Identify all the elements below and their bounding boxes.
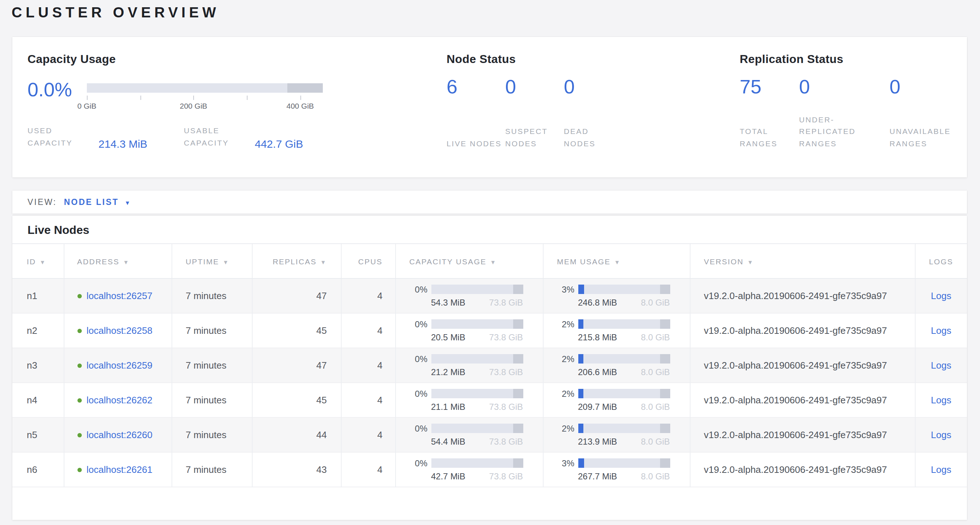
dead-nodes-stat: 0 DEAD NODES [564,76,622,150]
logs-link[interactable]: Logs [931,290,951,301]
node-address-cell: localhost:26262 [64,383,172,418]
mem-used-value: 215.8 MiB [578,332,617,342]
column-header-mem-usage[interactable]: MEM USAGE▼ [543,244,690,278]
version-cell: v19.2.0-alpha.20190606-2491-gfe735c9a97 [690,313,915,348]
mem-used-value: 246.8 MiB [578,297,617,307]
axis-label: 0 GiB [78,101,97,110]
node-id-cell: n2 [12,313,64,348]
column-header-label: CAPACITY USAGE [409,257,486,265]
column-header-version[interactable]: VERSION▼ [690,244,915,278]
replication-status-title: Replication Status [740,53,966,66]
node-address-cell: localhost:26260 [64,418,172,452]
mem-usage-bar [578,354,670,364]
cpus-cell: 4 [341,348,395,383]
replicas-cell: 43 [252,452,341,487]
column-header-logs[interactable]: LOGS [915,244,967,278]
node-address-link[interactable]: localhost:26257 [86,290,152,301]
table-row: n5 localhost:26260 7 minutes 44 4 0% 54.… [12,418,967,452]
capacity-usage-cell: 0% 54.3 MiB 73.8 GiB [395,278,543,313]
used-capacity-value: 214.3 MiB [99,137,147,150]
node-id-cell: n5 [12,418,64,452]
column-header-replicas[interactable]: REPLICAS▼ [252,244,341,278]
sort-desc-icon: ▼ [614,259,620,265]
mem-usage-bar [578,458,670,468]
capacity-usage-cell: 0% 20.5 MiB 73.8 GiB [395,313,543,348]
capacity-total-value: 73.8 GiB [489,436,523,447]
view-dropdown[interactable]: NODE LIST ▼ [64,198,130,206]
view-label: VIEW: [27,198,57,206]
table-row: n4 localhost:26262 7 minutes 45 4 0% 21.… [12,383,967,418]
node-address-link[interactable]: localhost:26261 [86,464,152,475]
capacity-usage-bar [431,354,523,364]
cpus-cell: 4 [341,313,395,348]
version-cell: v19.2.0-alpha.20190606-2491-gfe735c9a97 [690,348,915,383]
mem-total-value: 8.0 GiB [641,332,670,342]
replicas-cell: 47 [252,348,341,383]
table-row: n1 localhost:26257 7 minutes 47 4 0% 54.… [12,278,967,313]
logs-cell: Logs [915,278,967,313]
capacity-percent-label: 0% [415,354,427,364]
total-ranges-count: 75 [740,76,799,98]
capacity-usage-bar [431,319,523,329]
column-header-label: REPLICAS [272,257,317,265]
node-id-cell: n3 [12,348,64,383]
mem-total-value: 8.0 GiB [641,436,670,447]
logs-link[interactable]: Logs [931,395,951,405]
unavailable-ranges-label: UNAVAILABLE RANGES [889,114,956,150]
mem-percent-label: 2% [562,388,574,399]
cpus-cell: 4 [341,452,395,487]
logs-cell: Logs [915,452,967,487]
capacity-usage-cell: 0% 21.2 MiB 73.8 GiB [395,348,543,383]
live-status-icon [77,468,81,472]
logs-cell: Logs [915,383,967,418]
node-address-link[interactable]: localhost:26262 [86,395,152,405]
node-address-cell: localhost:26261 [64,452,172,487]
total-ranges-label: TOTAL RANGES [740,114,799,150]
replicas-cell: 44 [252,418,341,452]
column-header-uptime[interactable]: UPTIME▼ [172,244,252,278]
logs-link[interactable]: Logs [931,464,951,475]
node-address-link[interactable]: localhost:26260 [86,429,152,440]
under-replicated-ranges-count: 0 [799,76,889,98]
unavailable-ranges-count: 0 [889,76,966,98]
column-header-label: VERSION [704,257,744,265]
column-header-cpus[interactable]: CPUS [341,244,395,278]
node-address-link[interactable]: localhost:26259 [86,360,152,371]
column-header-label: MEM USAGE [557,257,611,265]
uptime-cell: 7 minutes [172,313,252,348]
mem-usage-cell: 2% 209.7 MiB 8.0 GiB [543,383,690,418]
mem-percent-label: 3% [562,284,574,294]
live-status-icon [77,433,81,437]
node-address-cell: localhost:26259 [64,348,172,383]
logs-link[interactable]: Logs [931,429,951,440]
cpus-cell: 4 [341,418,395,452]
mem-usage-bar [578,389,670,398]
under-replicated-ranges-stat: 0 UNDER-REPLICATED RANGES [799,76,889,150]
mem-usage-bar [578,319,670,329]
column-header-capacity-usage[interactable]: CAPACITY USAGE▼ [395,244,543,278]
summary-card: Capacity Usage 0.0% 0 GiB [12,37,967,177]
replication-status-section: Replication Status 75 TOTAL RANGES 0 UND… [740,53,966,150]
capacity-total-value: 73.8 GiB [489,471,523,481]
cpus-cell: 4 [341,278,395,313]
node-address-link[interactable]: localhost:26258 [86,325,152,336]
mem-usage-cell: 2% 206.6 MiB 8.0 GiB [543,348,690,383]
node-id-cell: n4 [12,383,64,418]
cluster-overview-page: CLUSTER OVERVIEW Capacity Usage 0.0% [0,4,980,525]
mem-usage-cell: 2% 215.8 MiB 8.0 GiB [543,313,690,348]
live-status-icon [77,329,81,333]
mem-usage-bar [578,285,670,294]
column-header-address[interactable]: ADDRESS▼ [64,244,172,278]
usable-capacity-value: 442.7 GiB [255,137,303,150]
uptime-cell: 7 minutes [172,418,252,452]
logs-cell: Logs [915,313,967,348]
column-header-id[interactable]: ID▼ [12,244,64,278]
live-status-icon [77,398,81,403]
capacity-usage-bar [431,285,523,294]
mem-usage-bar [578,424,670,433]
replicas-cell: 47 [252,278,341,313]
sort-desc-icon: ▼ [320,259,327,265]
capacity-percent: 0.0% [27,79,87,101]
logs-link[interactable]: Logs [931,325,951,336]
logs-link[interactable]: Logs [931,360,951,371]
